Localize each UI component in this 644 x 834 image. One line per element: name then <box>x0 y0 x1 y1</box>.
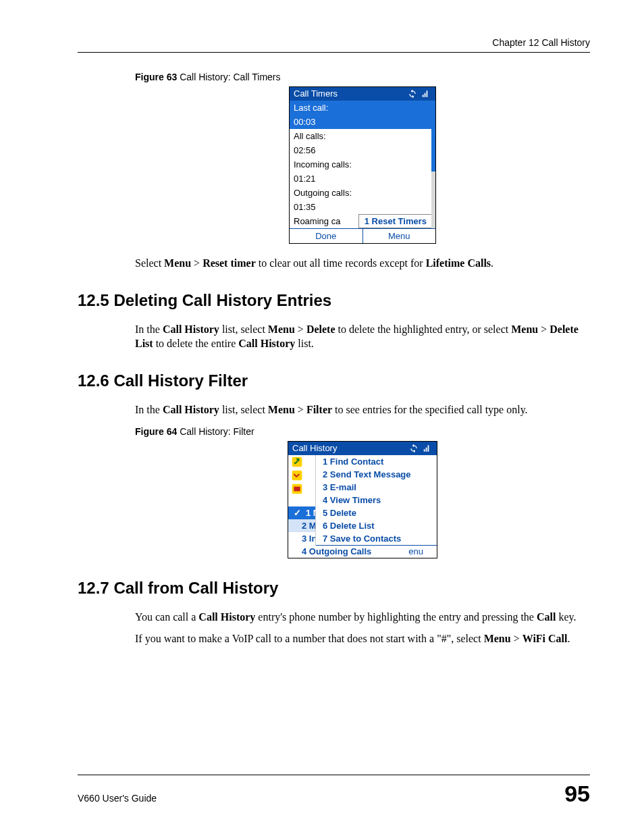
call-timers-screen: Call Timers Last call: 00:03 All calls: … <box>289 86 436 244</box>
figure-63-caption: Figure 63 Call History: Call Timers <box>135 72 590 82</box>
figure-64-label: Figure 64 <box>135 426 177 437</box>
check-icon: ✓ <box>294 508 302 518</box>
guide-label: V660 User's Guide <box>78 793 157 804</box>
call-history-titlebar: Call History <box>288 442 437 455</box>
sync-icon <box>407 89 418 99</box>
para-delete-entries: In the Call History list, select Menu > … <box>135 322 590 351</box>
call-history-filter-screen: Call History <box>288 441 437 558</box>
call-history-title: Call History <box>292 443 337 453</box>
chapter-label: Chapter 12 Call History <box>492 37 590 48</box>
menu-button-fragment: enu <box>408 546 423 556</box>
footer-rule <box>78 775 590 775</box>
para-filter: In the Call History list, select Menu > … <box>135 402 590 417</box>
header-rule <box>78 52 590 53</box>
page-header: Chapter 12 Call History <box>78 37 590 52</box>
softkey-bar: Done Menu <box>290 228 435 243</box>
heading-12-6: 12.6 Call History Filter <box>78 371 590 390</box>
para-reset-timer: Select Menu > Reset timer to clear out a… <box>135 256 590 271</box>
page-number: 95 <box>564 781 590 807</box>
menu-view-timers[interactable]: 4 View Timers <box>316 494 437 506</box>
timer-all-calls-label[interactable]: All calls: <box>290 129 435 143</box>
missed-call-icon <box>291 470 303 481</box>
page-footer: V660 User's Guide 95 <box>78 775 590 807</box>
timer-outgoing-value[interactable]: 01:35 <box>290 200 435 214</box>
scrollbar[interactable] <box>431 102 435 228</box>
heading-12-5: 12.5 Deleting Call History Entries <box>78 291 590 310</box>
voicemail-icon <box>291 484 303 494</box>
figure-64-caption: Figure 64 Call History: Filter <box>135 426 590 437</box>
call-timers-titlebar: Call Timers <box>290 87 435 101</box>
signal-icon <box>421 89 431 99</box>
menu-find-contact[interactable]: 1 Find Contact <box>316 455 437 468</box>
timer-incoming-label[interactable]: Incoming calls: <box>290 157 435 172</box>
figure-64-title: Call History: Filter <box>177 426 254 437</box>
context-menu: 1 Find Contact 2 Send Text Message 3 E-m… <box>315 455 437 546</box>
outgoing-call-icon <box>291 457 303 467</box>
svg-rect-3 <box>294 487 300 492</box>
menu-delete-list[interactable]: 6 Delete List <box>316 519 437 532</box>
signal-icon <box>422 444 433 453</box>
para-wifi-call: If you want to make a VoIP call to a num… <box>135 631 590 646</box>
menu-save-contacts[interactable]: 7 Save to Contacts <box>316 532 437 546</box>
reset-timers-popup[interactable]: 1 Reset Timers <box>358 214 433 228</box>
scrollbar-thumb[interactable] <box>431 102 435 172</box>
timer-all-calls-value[interactable]: 02:56 <box>290 143 435 157</box>
sync-icon <box>408 444 419 453</box>
timer-last-call-label[interactable]: Last call: <box>290 101 435 115</box>
menu-delete[interactable]: 5 Delete <box>316 506 437 519</box>
timer-outgoing-label[interactable]: Outgoing calls: <box>290 186 435 200</box>
filter-outgoing-calls[interactable]: 4 Outgoing Calls enu <box>288 545 437 558</box>
call-timers-title: Call Timers <box>294 88 338 99</box>
figure-63-title: Call History: Call Timers <box>177 72 280 82</box>
menu-send-text[interactable]: 2 Send Text Message <box>316 468 437 481</box>
figure-63-label: Figure 63 <box>135 72 177 82</box>
timer-roaming-label: Roaming ca <box>294 216 340 226</box>
timer-last-call-value[interactable]: 00:03 <box>290 115 435 129</box>
para-call-from-history: You can call a Call History entry's phon… <box>135 610 590 625</box>
menu-email[interactable]: 3 E-mail <box>316 481 437 494</box>
done-button[interactable]: Done <box>290 229 363 243</box>
heading-12-7: 12.7 Call from Call History <box>78 579 590 598</box>
call-history-body: 1 Find Contact 2 Send Text Message 3 E-m… <box>288 455 437 506</box>
menu-button[interactable]: Menu <box>363 229 436 243</box>
timer-incoming-value[interactable]: 01:21 <box>290 172 435 186</box>
